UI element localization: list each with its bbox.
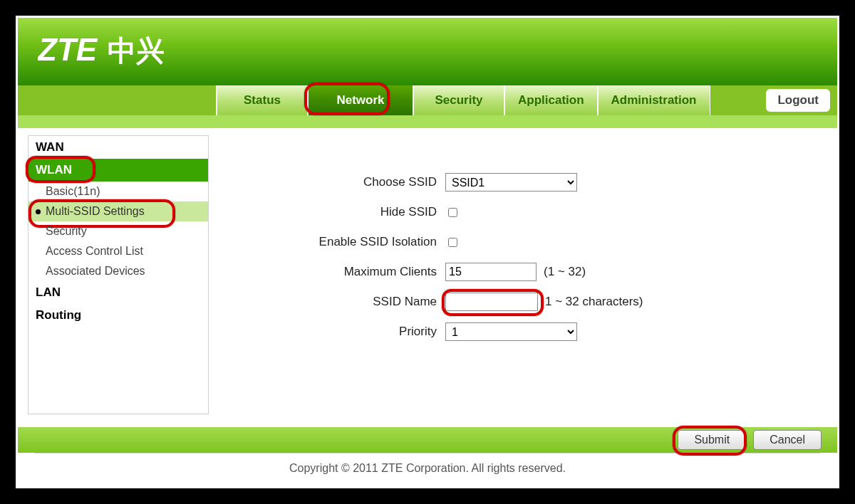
sidebar-item-label: Security <box>46 225 87 237</box>
sidebar-group-label: Routing <box>36 308 81 322</box>
sidebar-group-lan[interactable]: LAN <box>28 281 208 304</box>
sidebar-group-wlan[interactable]: WLAN <box>28 159 208 182</box>
cancel-label: Cancel <box>770 434 805 446</box>
sidebar-group-label: LAN <box>36 285 61 299</box>
footer-copyright: Copyright © 2011 ZTE Corporation. All ri… <box>35 453 820 483</box>
choose-ssid-label: Choose SSID <box>244 175 445 189</box>
svg-text:中兴: 中兴 <box>108 35 165 66</box>
logout-label: Logout <box>777 93 819 107</box>
cancel-button[interactable]: Cancel <box>753 430 822 450</box>
max-clients-label: Maximum Clients <box>244 265 445 279</box>
max-clients-hint: (1 ~ 32) <box>544 265 586 279</box>
logout-button[interactable]: Logout <box>766 89 830 112</box>
tab-label: Network <box>336 93 384 107</box>
content-panel: Choose SSID SSID1 Hide SSID Enable SSID … <box>216 128 837 427</box>
sidebar-item-label: Multi-SSID Settings <box>46 205 145 217</box>
sidebar-group-wan[interactable]: WAN <box>28 136 208 159</box>
sidebar-item-label: Basic(11n) <box>46 185 100 197</box>
tab-administration[interactable]: Administration <box>598 85 710 115</box>
sidebar-group-label: WLAN <box>36 163 72 177</box>
hide-ssid-label: Hide SSID <box>244 205 445 219</box>
tab-label: Security <box>435 93 482 107</box>
sidebar-item-label: Access Control List <box>46 245 143 257</box>
header: ZTE 中兴 <box>18 18 837 85</box>
sidebar-item-security[interactable]: Security <box>28 221 208 241</box>
sidebar-item-assoc[interactable]: Associated Devices <box>28 261 208 281</box>
action-bar: Submit Cancel <box>18 427 837 453</box>
max-clients-input[interactable] <box>445 263 537 281</box>
accent-strip <box>18 115 837 128</box>
priority-select[interactable]: 1 <box>445 322 577 341</box>
sidebar-item-label: Associated Devices <box>46 265 145 277</box>
ssid-name-hint: 1 ~ 32 characters) <box>545 295 643 309</box>
choose-ssid-select[interactable]: SSID1 <box>445 173 577 191</box>
sidebar-item-multi-ssid[interactable]: Multi-SSID Settings <box>28 201 208 221</box>
sidebar-group-label: WAN <box>36 140 64 154</box>
isolation-label: Enable SSID Isolation <box>244 235 445 249</box>
tab-label: Status <box>244 93 281 107</box>
sidebar: WAN WLAN Basic(11n) Multi-SSID Settings … <box>28 135 209 414</box>
hide-ssid-checkbox[interactable] <box>448 208 457 217</box>
tab-security[interactable]: Security <box>413 85 504 115</box>
submit-label: Submit <box>694 434 730 446</box>
tab-label: Administration <box>611 93 697 107</box>
ssid-name-label: SSID Name <box>244 295 445 309</box>
sidebar-group-routing[interactable]: Routing <box>28 304 208 327</box>
isolation-checkbox[interactable] <box>448 238 457 247</box>
priority-label: Priority <box>244 325 445 339</box>
submit-button[interactable]: Submit <box>678 430 746 450</box>
sidebar-item-basic[interactable]: Basic(11n) <box>28 182 208 201</box>
ssid-name-input[interactable] <box>445 293 538 311</box>
tab-network[interactable]: Network <box>308 85 413 115</box>
top-nav: Status Network Security Application Admi… <box>18 85 837 115</box>
tab-label: Application <box>518 93 584 107</box>
sidebar-item-acl[interactable]: Access Control List <box>28 241 208 261</box>
brand-logo: ZTE 中兴 <box>38 31 180 70</box>
tab-application[interactable]: Application <box>504 85 598 115</box>
svg-text:ZTE: ZTE <box>38 32 98 67</box>
tab-status[interactable]: Status <box>216 85 308 115</box>
